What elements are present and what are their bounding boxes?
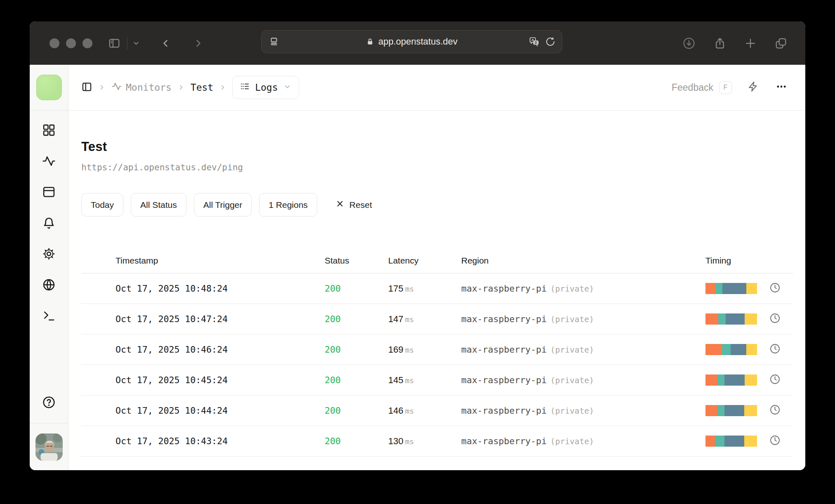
timing-segment-4 (746, 283, 757, 294)
address-bar[interactable]: app.openstatus.dev A 文 (261, 30, 562, 53)
back-icon[interactable] (160, 38, 171, 49)
row-region-note: (private) (550, 345, 594, 355)
chevron-right-icon (177, 84, 185, 91)
timing-segment-2 (718, 405, 724, 416)
breadcrumb-current[interactable]: Test (191, 82, 213, 93)
row-region-note: (private) (550, 284, 594, 294)
timing-segment-1 (705, 313, 718, 325)
timing-segment-2 (717, 374, 725, 386)
tab-group-chevron-icon[interactable] (132, 40, 140, 47)
workspace-logo[interactable] (36, 75, 62, 100)
clock-icon[interactable] (769, 404, 781, 417)
filter-trigger-button[interactable]: All Trigger (194, 193, 252, 217)
zap-icon[interactable] (748, 81, 759, 94)
feedback-link[interactable]: Feedback (672, 82, 713, 93)
timing-segment-4 (745, 313, 757, 325)
timing-segment-3 (722, 283, 746, 294)
settings-gear-icon[interactable] (42, 247, 56, 262)
monitors-activity-icon[interactable] (42, 154, 56, 170)
row-timestamp: Oct 17, 2025 10:48:24 (116, 283, 325, 294)
toolbar-divider (127, 37, 127, 49)
timing-segment-3 (724, 374, 745, 386)
row-region: max-raspberry-pi (461, 283, 547, 294)
tab-overview-icon[interactable] (775, 37, 787, 49)
row-latency-value: 130 (388, 436, 403, 447)
toolbar-left-group (50, 37, 204, 49)
timing-bar (705, 344, 757, 355)
reset-filters-button[interactable]: Reset (335, 199, 372, 210)
address-text[interactable]: app.openstatus.dev (378, 36, 458, 47)
view-selector-button[interactable]: Logs (232, 76, 299, 99)
filter-status-button[interactable]: All Status (131, 193, 186, 217)
timing-bar (705, 374, 757, 386)
app-sidebar-toggle-icon[interactable] (81, 81, 92, 94)
downloads-icon[interactable] (682, 37, 696, 50)
status-pages-panel-icon[interactable] (42, 185, 56, 200)
row-latency-unit: ms (405, 437, 414, 446)
reload-icon[interactable] (545, 37, 555, 47)
share-icon[interactable] (714, 37, 726, 49)
zoom-button[interactable] (83, 38, 92, 48)
row-latency-value: 145 (388, 375, 403, 386)
logs-list-icon (240, 82, 250, 93)
row-status: 200 (325, 344, 388, 355)
row-status: 200 (325, 283, 388, 294)
clock-icon[interactable] (769, 313, 781, 325)
chevron-right-icon (98, 84, 106, 91)
close-button[interactable] (50, 38, 59, 48)
timing-segment-1 (705, 436, 715, 447)
ellipsis-menu-icon[interactable] (776, 81, 787, 94)
filter-regions-button[interactable]: 1 Regions (259, 193, 317, 217)
log-table-body: Oct 17, 2025 10:48:24 200 175ms max-rasp… (81, 273, 793, 457)
row-region-note: (private) (550, 406, 594, 416)
log-row[interactable]: Oct 17, 2025 10:48:24 200 175ms max-rasp… (81, 273, 793, 304)
clock-icon[interactable] (769, 435, 781, 447)
row-status: 200 (325, 314, 388, 324)
page-settings-icon[interactable] (269, 37, 279, 47)
clock-icon[interactable] (769, 282, 781, 295)
monitor-endpoint-url: https://api.openstatus.dev/ping (81, 163, 793, 172)
log-row[interactable]: Oct 17, 2025 10:47:24 200 147ms max-rasp… (81, 304, 793, 334)
notifications-bell-icon[interactable] (42, 216, 56, 231)
chevron-right-icon (219, 84, 226, 91)
timing-segment-1 (705, 374, 717, 386)
sidebar-toggle-icon[interactable] (108, 37, 120, 49)
col-timestamp: Timestamp (116, 256, 325, 266)
regions-globe-icon[interactable] (42, 278, 56, 293)
toolbar-right-group (682, 37, 787, 50)
logs-table-header: Timestamp Status Latency Region Timing (81, 248, 793, 273)
translate-icon[interactable]: A 文 (529, 36, 540, 47)
row-region: max-raspberry-pi (461, 344, 547, 355)
timing-segment-4 (744, 436, 757, 447)
clock-icon[interactable] (769, 343, 781, 356)
cli-terminal-icon[interactable] (42, 309, 56, 324)
timing-bar (705, 283, 757, 294)
row-timestamp: Oct 17, 2025 10:44:24 (116, 405, 325, 416)
log-row[interactable]: Oct 17, 2025 10:43:24 200 130ms max-rasp… (81, 426, 793, 457)
minimize-button[interactable] (66, 38, 76, 48)
breadcrumb-monitors[interactable]: Monitors (111, 81, 172, 94)
log-row[interactable]: Oct 17, 2025 10:44:24 200 146ms max-rasp… (81, 396, 793, 426)
clock-icon[interactable] (769, 374, 781, 386)
forward-icon[interactable] (193, 38, 204, 49)
log-row[interactable]: Oct 17, 2025 10:46:24 200 169ms max-rasp… (81, 334, 793, 365)
user-avatar[interactable] (35, 433, 63, 461)
timing-bar (705, 405, 757, 416)
dashboard-grid-icon[interactable] (42, 123, 56, 139)
filter-bar: Today All Status All Trigger 1 Regions R… (81, 193, 793, 217)
sidebar-nav (42, 111, 56, 324)
col-status: Status (325, 256, 388, 266)
filter-date-button[interactable]: Today (81, 193, 123, 217)
browser-window: app.openstatus.dev A 文 (30, 21, 805, 470)
help-circle-icon[interactable] (42, 396, 56, 411)
row-latency-unit: ms (405, 315, 414, 324)
timing-segment-4 (745, 374, 757, 386)
chevron-down-icon (283, 82, 291, 93)
timing-bar (705, 436, 757, 447)
row-latency-unit: ms (405, 407, 414, 415)
row-latency-value: 175 (388, 283, 403, 294)
log-row[interactable]: Oct 17, 2025 10:45:24 200 145ms max-rasp… (81, 365, 793, 396)
row-region: max-raspberry-pi (461, 375, 547, 385)
new-tab-icon[interactable] (744, 37, 757, 49)
app-sidebar (30, 65, 68, 470)
